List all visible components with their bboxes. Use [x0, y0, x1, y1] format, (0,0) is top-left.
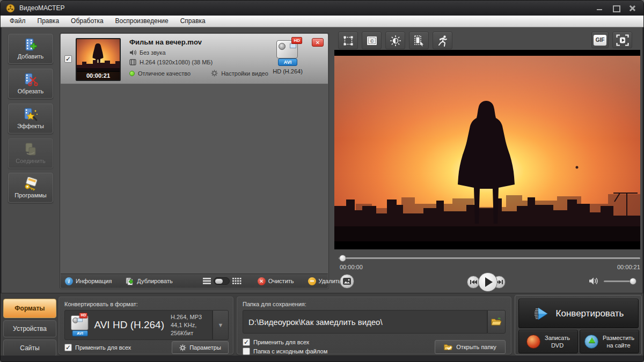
- trim-label: Обрезать: [18, 88, 44, 94]
- tab-devices[interactable]: Устройства: [3, 320, 56, 337]
- tab-formats[interactable]: Форматы: [3, 299, 56, 318]
- menu-help[interactable]: Справка: [174, 16, 211, 27]
- save-path-input[interactable]: [243, 311, 487, 333]
- dvd-disc-icon: [526, 335, 540, 349]
- item-title: Фильм на вечер.mov: [129, 38, 268, 46]
- minimize-button[interactable]: [596, 5, 604, 11]
- save-path-field: [243, 310, 487, 334]
- format-apply-all[interactable]: ✓ Применить для всех: [64, 344, 131, 351]
- gear-icon: [211, 70, 218, 77]
- clear-list-button[interactable]: ✕ Очистить: [258, 277, 294, 285]
- play-button[interactable]: [478, 272, 497, 292]
- window-frame-bottom: [1, 356, 643, 361]
- video-preview[interactable]: [334, 50, 640, 249]
- fullscreen-icon: [616, 34, 629, 46]
- menu-edit[interactable]: Правка: [32, 16, 65, 27]
- programs-label: Программы: [14, 192, 46, 198]
- speed-runner-icon: [437, 35, 449, 47]
- open-folder-button[interactable]: Открыть папку: [435, 340, 506, 354]
- speed-button[interactable]: [433, 32, 452, 49]
- close-button[interactable]: [628, 5, 636, 11]
- item-video-settings[interactable]: Настройки видео: [221, 70, 268, 77]
- item-checkbox[interactable]: ✓: [64, 55, 72, 63]
- menu-processing[interactable]: Обработка: [65, 16, 109, 27]
- save-apply-all-checkbox[interactable]: ✓: [243, 338, 250, 346]
- trim-button[interactable]: Обрезать: [8, 69, 53, 99]
- view-mode-toggle[interactable]: [203, 277, 241, 285]
- upload-site-button[interactable]: Разместитьна сайте: [580, 330, 639, 353]
- format-selector[interactable]: AVI HD AVI HD (H.264) H.264, MP3 44,1 KH…: [64, 310, 213, 340]
- avi-badge: AVI: [278, 58, 297, 66]
- hd-badge: HD: [291, 37, 302, 44]
- item-thumbnail[interactable]: 00:00:21: [76, 38, 121, 81]
- watermark-button[interactable]: ©: [362, 32, 382, 49]
- effects-button[interactable]: Эффекты: [8, 104, 53, 134]
- convert-arrow-icon: [533, 306, 550, 322]
- seek-handle[interactable]: [339, 255, 346, 262]
- info-icon: i: [65, 277, 73, 285]
- format-panel: Конвертировать в формат: AVI HD AVI HD (…: [58, 297, 233, 354]
- fullscreen-button[interactable]: [612, 32, 632, 48]
- format-apply-all-checkbox[interactable]: ✓: [64, 344, 72, 351]
- rotate-frame-button[interactable]: [409, 32, 429, 49]
- delete-item-button[interactable]: Удалить: [308, 277, 341, 285]
- list-view-icon: [203, 278, 211, 284]
- source-folder-checkbox[interactable]: ✓: [243, 348, 250, 355]
- menu-file[interactable]: Файл: [4, 16, 32, 27]
- add-video-icon: [23, 38, 39, 52]
- window-title: ВидеоМАСТЕР: [19, 4, 64, 12]
- camcorder-icon: AVI HD: [273, 38, 302, 66]
- parameters-gear-icon: [179, 344, 186, 351]
- format-dropdown-button[interactable]: ▼: [213, 310, 229, 340]
- duplicate-button[interactable]: Дублировать: [126, 277, 172, 285]
- source-folder-option[interactable]: ✓ Папка с исходным файлом: [243, 348, 327, 355]
- save-apply-all[interactable]: ✓ Применить для всех: [243, 338, 309, 346]
- grid-view-icon: [232, 278, 241, 284]
- tab-sites[interactable]: Сайты: [3, 339, 56, 357]
- menu-playback[interactable]: Воспроизведение: [109, 16, 174, 27]
- item-target-format-label: HD (H.264): [269, 68, 306, 75]
- format-panel-label: Конвертировать в формат:: [64, 301, 138, 307]
- crop-button[interactable]: [338, 32, 358, 49]
- add-video-label: Добавить: [18, 53, 44, 60]
- volume-handle[interactable]: [630, 278, 636, 285]
- info-button[interactable]: i Информация: [65, 277, 112, 285]
- thumbnail-image: [77, 39, 120, 72]
- programs-button[interactable]: Программы: [8, 173, 53, 203]
- add-video-button[interactable]: Добавить: [8, 34, 53, 64]
- trim-icon: [23, 73, 39, 87]
- time-current: 00:00:00: [340, 264, 363, 270]
- snapshot-button[interactable]: [340, 274, 354, 289]
- film-icon: [129, 59, 136, 65]
- brightness-button[interactable]: [385, 32, 405, 49]
- maximize-button[interactable]: [612, 5, 620, 11]
- format-camcorder-icon: AVI HD: [68, 314, 87, 337]
- format-details: H.264, MP3 44,1 KHz, 256Кбит: [171, 313, 212, 337]
- gif-button[interactable]: GIF: [591, 32, 609, 48]
- quality-indicator-icon: [129, 71, 135, 76]
- join-button[interactable]: Соединить: [8, 138, 53, 168]
- previous-icon: [470, 279, 477, 285]
- snapshot-icon: [343, 278, 351, 285]
- join-icon: [23, 143, 39, 157]
- app-window: ВидеоМАСТЕР Файл Правка Обработка Воспро…: [0, 0, 644, 362]
- browse-folder-button[interactable]: [487, 310, 506, 334]
- watermark-icon: ©: [366, 35, 378, 46]
- burn-dvd-button[interactable]: ЗаписатьDVD: [518, 330, 578, 353]
- toggle-pill[interactable]: [214, 277, 230, 285]
- format-name: AVI HD (H.264): [94, 319, 164, 331]
- item-target-format: AVI HD HD (H.264): [269, 38, 306, 75]
- convert-button[interactable]: Конвертировать: [518, 299, 639, 328]
- parameters-button[interactable]: Параметры: [172, 341, 229, 354]
- playlist-item[interactable]: ✓ 00:00:21 Фильм на вечер.mov Без звука: [61, 34, 328, 84]
- item-format-info: H.264 (1920x1080) (38 МБ): [140, 59, 213, 65]
- gif-icon: GIF: [594, 35, 606, 46]
- rotate-frame-icon: [413, 35, 425, 47]
- remove-item-button[interactable]: ✕: [312, 38, 324, 47]
- chevron-down-icon: ▼: [218, 322, 224, 328]
- volume-icon[interactable]: [589, 277, 598, 285]
- app-logo-icon: [6, 4, 15, 13]
- item-duration: 00:00:21: [77, 71, 120, 80]
- seek-bar[interactable]: [339, 257, 640, 259]
- brightness-icon: [390, 35, 401, 47]
